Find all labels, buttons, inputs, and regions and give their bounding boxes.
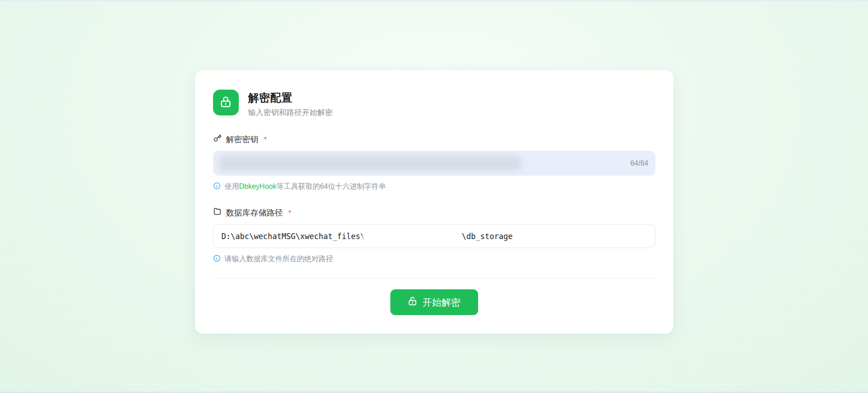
start-decrypt-button[interactable]: 开始解密 <box>390 289 478 315</box>
decrypt-config-card: 解密配置 输入密钥和路径开始解密 解密密钥 * 64/64 使用DbkeyHoo… <box>195 70 674 334</box>
lock-icon <box>219 96 232 110</box>
info-icon <box>213 254 221 264</box>
button-row: 开始解密 <box>213 289 655 315</box>
unlock-icon <box>408 296 417 308</box>
key-hint-prefix: 使用 <box>225 182 239 190</box>
decrypt-key-input[interactable]: 64/64 <box>213 151 655 176</box>
key-field-label: 解密密钥 <box>226 134 259 145</box>
key-hint-suffix: 等工具获取的64位十六进制字符串 <box>276 182 386 190</box>
path-hint-row: 请输入数据库文件所在的绝对路径 <box>213 254 655 264</box>
key-field-label-row: 解密密钥 * <box>213 134 655 145</box>
window-top-edge <box>0 0 868 2</box>
required-mark: * <box>289 209 292 218</box>
start-decrypt-label: 开始解密 <box>422 296 460 309</box>
page-subtitle: 输入密钥和路径开始解密 <box>248 107 333 118</box>
path-value-prefix: D:\abc\wechatMSG\xwechat_files\ <box>222 232 365 241</box>
path-value-suffix: \db_storage <box>462 232 513 241</box>
dbkeyhook-link[interactable]: DbkeyHook <box>239 182 277 190</box>
path-field-label-row: 数据库存储路径 * <box>213 207 655 218</box>
path-field-label: 数据库存储路径 <box>226 207 283 218</box>
key-hint-text: 使用DbkeyHook等工具获取的64位十六进制字符串 <box>225 182 386 192</box>
page-title: 解密配置 <box>248 91 333 105</box>
redacted-path-segment <box>365 229 462 244</box>
folder-icon <box>213 207 222 218</box>
db-path-input[interactable]: D:\abc\wechatMSG\xwechat_files\\db_stora… <box>213 224 655 248</box>
info-icon <box>213 182 221 192</box>
required-mark: * <box>264 135 267 144</box>
path-hint-text: 请输入数据库文件所在的绝对路径 <box>225 254 333 264</box>
header-text: 解密配置 输入密钥和路径开始解密 <box>248 90 333 118</box>
redacted-key-value <box>219 156 521 171</box>
key-hint-row: 使用DbkeyHook等工具获取的64位十六进制字符串 <box>213 182 655 192</box>
lock-badge <box>213 90 239 115</box>
divider <box>213 278 655 278</box>
card-header: 解密配置 输入密钥和路径开始解密 <box>213 90 655 118</box>
char-counter: 64/64 <box>630 159 648 168</box>
key-icon <box>213 134 222 145</box>
